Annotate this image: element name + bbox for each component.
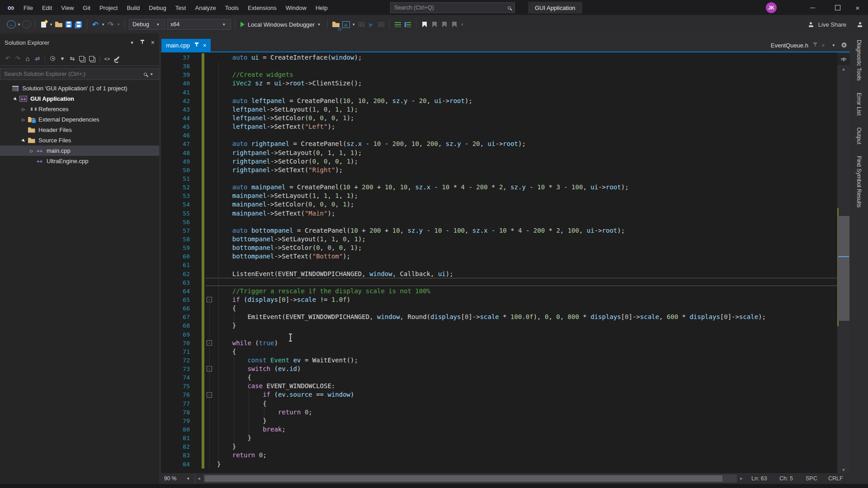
solution-explorer-search[interactable]: Search Solution Explorer (Ctrl+;) ▾ <box>0 68 159 80</box>
code-text[interactable]: bottompanel->SetLayout(1, 1, 0, 1); <box>217 235 366 244</box>
code-text[interactable]: mainpanel->SetColor(0, 0, 0, 1); <box>217 200 354 209</box>
scroll-up-icon[interactable]: ▲ <box>837 67 850 71</box>
tree-item-header-files[interactable]: Header Files <box>0 125 159 135</box>
tool-tab-find-symbol-results[interactable]: Find Symbol Results <box>856 156 862 208</box>
scroll-right-icon[interactable]: ► <box>738 476 745 481</box>
se-home-icon[interactable]: ⌂ <box>24 54 32 63</box>
scroll-down-icon[interactable]: ▼ <box>837 468 850 472</box>
code-text[interactable]: if (displays[0]->scale != 1.0f) <box>217 296 350 304</box>
code-text[interactable]: auto rightpanel = CreatePanel(sz.x - 10 … <box>217 140 526 148</box>
code-text[interactable]: } <box>217 417 267 425</box>
new-item-dropdown[interactable]: ▾ <box>49 19 53 30</box>
code-text[interactable]: { <box>217 373 251 382</box>
previous-bookmark-icon[interactable] <box>430 19 439 30</box>
code-editor[interactable]: 37 auto ui = CreateInterface(window);383… <box>161 52 850 473</box>
menu-window[interactable]: Window <box>281 0 311 15</box>
tree-item-source-files[interactable]: ▶Source Files <box>0 135 159 145</box>
se-forward-icon[interactable]: ↷ <box>14 54 22 63</box>
menu-file[interactable]: File <box>19 0 38 15</box>
tab-list-dropdown[interactable]: ▾ <box>833 43 837 47</box>
code-text[interactable]: leftpanel->SetLayout(1, 0, 1, 1); <box>217 105 358 114</box>
new-project-icon[interactable] <box>39 19 48 30</box>
close-button[interactable]: × <box>847 0 868 15</box>
tree-item-references[interactable]: ▷References <box>0 104 159 114</box>
tool-tab-output[interactable]: Output <box>856 127 862 145</box>
code-text[interactable]: return 0; <box>217 408 312 417</box>
code-text[interactable]: } <box>217 434 251 442</box>
menu-git[interactable]: Git <box>78 0 95 15</box>
se-pending-changes-clock-icon[interactable] <box>48 54 57 63</box>
code-text[interactable]: break; <box>217 425 286 434</box>
code-text[interactable]: leftpanel->SetText("Left"); <box>217 122 335 131</box>
se-refresh-icon[interactable]: ⇆ <box>68 54 76 63</box>
split-editor-handle[interactable] <box>837 53 850 65</box>
menu-help[interactable]: Help <box>311 0 332 15</box>
save-all-icon[interactable] <box>74 19 83 30</box>
code-text[interactable]: rightpanel->SetColor(0, 0, 0, 1); <box>217 157 358 166</box>
code-text[interactable]: auto leftpanel = CreatePanel(10, 10, 200… <box>217 97 472 105</box>
zoom-control[interactable]: 90 % ▾ <box>161 474 195 483</box>
vertical-scrollbar-thumb[interactable] <box>838 216 849 321</box>
code-text[interactable]: switch (ev.id) <box>217 365 301 373</box>
redo-icon[interactable]: ↷ <box>106 19 115 30</box>
scroll-left-icon[interactable]: ◄ <box>195 476 203 481</box>
editor-options-gear-icon[interactable]: ⚙ <box>841 41 847 49</box>
configuration-combo[interactable]: Debug▾ <box>129 19 165 30</box>
navigate-back-dropdown[interactable]: ▾ <box>17 19 21 30</box>
panel-close-icon[interactable]: × <box>151 39 155 46</box>
code-text[interactable]: //Trigger a rescale if the display scale… <box>217 287 430 296</box>
tab-eventqueue-h[interactable]: EventQueue.h <box>771 42 808 49</box>
horizontal-scrollbar[interactable] <box>203 474 737 483</box>
se-show-all-files-icon[interactable] <box>88 54 96 63</box>
code-text[interactable]: //Create widgets <box>217 70 293 79</box>
navigate-forward-icon[interactable]: → <box>22 20 31 28</box>
code-text[interactable]: } <box>217 460 221 469</box>
se-collapse-all-icon[interactable] <box>78 54 86 63</box>
code-text[interactable]: const Event ev = WaitEvent(); <box>217 356 358 365</box>
tree-item-ultraengine-cpp[interactable]: UltraEngine.cpp <box>0 156 159 166</box>
horizontal-scrollbar-thumb[interactable] <box>205 475 722 482</box>
pointer-mode-icon[interactable]: ▶ <box>365 18 377 31</box>
code-text[interactable]: auto mainpanel = CreatePanel(10 + 200 + … <box>217 183 629 192</box>
tab-pin-icon[interactable] <box>812 42 817 48</box>
code-text[interactable]: { <box>217 304 236 313</box>
tree-collapsed-icon[interactable]: ▷ <box>20 117 27 122</box>
toolbar-overflow-dropdown[interactable]: ▾ <box>460 19 464 30</box>
menu-build[interactable]: Build <box>122 0 144 15</box>
comment-lines-icon[interactable] <box>403 19 412 30</box>
code-text[interactable]: ListenEvent(EVENT_WINDOWDPICHANGED, wind… <box>217 270 453 278</box>
tab-main-cpp[interactable]: main.cpp × <box>161 39 211 52</box>
code-text[interactable]: rightpanel->SetText("Right"); <box>217 166 343 174</box>
se-sync-active-document-icon[interactable]: ⇄ <box>33 54 42 63</box>
feedback-icon[interactable] <box>857 22 863 27</box>
next-bookmark-icon[interactable] <box>440 19 449 30</box>
tool-tab-diagnostic-tools[interactable]: Diagnostic Tools <box>856 40 862 81</box>
code-text[interactable]: auto bottompanel = CreatePanel(10 + 200 … <box>217 226 625 235</box>
code-text[interactable]: case EVENT_WINDOWCLOSE: <box>217 382 335 390</box>
attach-grid-icon[interactable] <box>377 19 386 30</box>
code-text[interactable]: auto ui = CreateInterface(window); <box>217 53 362 62</box>
tree-expanded-icon[interactable]: ▶ <box>20 138 27 143</box>
redo-dropdown[interactable]: ▾ <box>116 19 121 30</box>
code-text[interactable]: rightpanel->SetLayout(0, 1, 1, 1); <box>217 149 362 157</box>
code-text[interactable]: leftpanel->SetColor(0, 0, 0, 1); <box>217 114 354 122</box>
tree-expanded-icon[interactable]: ▶ <box>12 97 19 101</box>
platform-combo[interactable]: x64▾ <box>167 19 231 30</box>
code-text[interactable]: } <box>217 321 236 330</box>
panel-pin-icon[interactable] <box>140 40 145 45</box>
save-icon[interactable] <box>64 19 73 30</box>
tree-item-gui-application[interactable]: ▶GUI Application <box>0 94 159 104</box>
code-text[interactable]: return 0; <box>217 451 267 460</box>
tree-item-main-cpp[interactable]: ▷main.cpp <box>0 145 159 156</box>
code-text[interactable]: EmitEvent(EVENT_WINDOWDPICHANGED, window… <box>217 313 766 321</box>
se-view-code-icon[interactable]: <> <box>103 54 111 63</box>
start-debugging-button[interactable]: Local Windows Debugger ▾ <box>241 21 322 28</box>
tab-close-icon[interactable]: × <box>821 42 825 49</box>
menu-edit[interactable]: Edit <box>38 0 57 15</box>
clear-bookmarks-icon[interactable] <box>450 19 459 30</box>
code-text[interactable]: iVec2 sz = ui->root->ClientSize(); <box>217 79 362 88</box>
tab-pin-icon[interactable] <box>194 42 199 48</box>
se-properties-wrench-icon[interactable] <box>113 54 121 63</box>
tree-collapsed-icon[interactable]: ▷ <box>28 149 35 153</box>
menu-tools[interactable]: Tools <box>221 0 243 15</box>
